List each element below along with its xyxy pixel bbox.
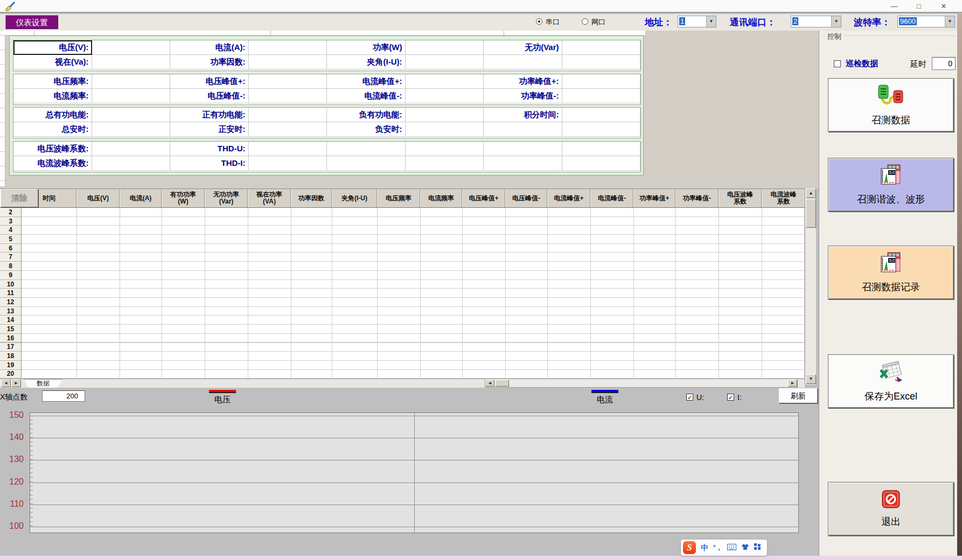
panel-value-cell[interactable]	[562, 108, 641, 122]
scroll-up-icon[interactable]: ▲	[806, 188, 816, 198]
address-combo[interactable]: 1 ▼	[678, 16, 716, 27]
panel-value-cell[interactable]	[92, 108, 171, 122]
call-data-button[interactable]: 召测数据	[828, 78, 954, 132]
panel-value-cell[interactable]	[562, 156, 641, 171]
sheet-nav-right-icon[interactable]: ►	[11, 379, 21, 387]
data-grid-body[interactable]	[0, 208, 805, 379]
panel-value-cell[interactable]	[562, 55, 641, 69]
panel-cell[interactable]: 功率峰值+:	[484, 74, 562, 89]
panel-value-cell[interactable]	[92, 40, 171, 55]
baud-rate-combo[interactable]: 9600 ▼	[897, 16, 955, 27]
minimize-button[interactable]: —	[886, 2, 902, 11]
panel-cell[interactable]: 正有功电能:	[170, 108, 249, 122]
panel-cell[interactable]: THD-I:	[170, 156, 249, 171]
panel-value-cell[interactable]	[562, 122, 641, 137]
chevron-down-icon[interactable]: ▼	[831, 16, 841, 27]
save-excel-button[interactable]: 保存为Excel	[828, 354, 954, 408]
panel-value-cell[interactable]	[406, 108, 484, 122]
panel-cell[interactable]	[484, 142, 562, 156]
panel-value-cell[interactable]	[406, 142, 484, 156]
panel-value-cell[interactable]	[562, 142, 641, 156]
panel-cell[interactable]: 负有功电能:	[327, 108, 406, 122]
panel-cell[interactable]	[327, 156, 406, 171]
panel-cell[interactable]: 无功(Var)	[484, 40, 562, 55]
panel-value-cell[interactable]	[406, 156, 484, 171]
panel-value-cell[interactable]	[92, 122, 171, 137]
panel-cell[interactable]: 电流频率:	[13, 89, 92, 103]
i-checkbox[interactable]: ✓	[727, 394, 734, 401]
panel-cell[interactable]	[484, 156, 562, 171]
patrol-data-checkbox[interactable]	[834, 60, 841, 67]
panel-value-cell[interactable]	[249, 40, 327, 55]
ime-skin-icon[interactable]	[741, 543, 749, 552]
panel-value-cell[interactable]	[406, 89, 484, 103]
panel-cell[interactable]: 电流(A):	[170, 40, 249, 55]
sheet-nav-left-icon[interactable]: ◄	[1, 379, 11, 387]
serial-radio[interactable]	[536, 18, 542, 25]
grid-vertical-scrollbar[interactable]: ▲ ▼	[805, 188, 816, 384]
panel-value-cell[interactable]	[562, 89, 641, 103]
panel-cell[interactable]: 负安时:	[327, 122, 406, 137]
delay-input[interactable]: 0	[932, 57, 956, 70]
panel-cell[interactable]: 视在(Va):	[13, 55, 92, 69]
panel-cell[interactable]: 电流峰值-:	[327, 89, 406, 103]
grid-horizontal-scrollbar[interactable]: ◄ ►	[485, 379, 798, 388]
clear-button[interactable]: 清除	[1, 189, 38, 207]
sogou-logo-icon[interactable]: S	[683, 541, 696, 554]
chevron-down-icon[interactable]: ▼	[945, 16, 954, 27]
panel-cell[interactable]: 功率峰值-:	[484, 89, 562, 103]
panel-value-cell[interactable]	[249, 74, 327, 89]
panel-cell[interactable]: 总安时:	[13, 122, 92, 137]
panel-cell[interactable]: 电压峰值-:	[170, 89, 249, 103]
scrollbar-thumb[interactable]	[806, 199, 816, 228]
panel-value-cell[interactable]	[406, 122, 484, 137]
panel-cell[interactable]: 电流峰值+:	[327, 74, 406, 89]
panel-value-cell[interactable]	[92, 89, 171, 103]
panel-cell[interactable]: 夹角(I-U):	[327, 55, 406, 69]
panel-cell[interactable]: 积分时间:	[484, 108, 562, 122]
panel-value-cell[interactable]	[249, 142, 327, 156]
panel-value-cell[interactable]	[249, 89, 327, 103]
panel-value-cell[interactable]	[92, 74, 171, 89]
panel-value-cell[interactable]	[249, 55, 327, 69]
panel-value-cell[interactable]	[249, 156, 327, 171]
input-method-bar[interactable]: S 中 °，	[681, 540, 767, 556]
instrument-settings-button[interactable]: 仪表设置	[5, 15, 58, 29]
panel-cell[interactable]	[484, 55, 562, 69]
network-radio[interactable]	[582, 18, 588, 25]
chevron-down-icon[interactable]: ▼	[706, 16, 716, 27]
scroll-down-icon[interactable]: ▼	[806, 374, 816, 384]
call-harmonics-button[interactable]: 5.0 召测谐波、波形	[828, 158, 954, 212]
panel-cell[interactable]: 总有功电能:	[13, 108, 92, 122]
panel-value-cell[interactable]	[249, 122, 327, 137]
panel-cell[interactable]: 功率(W)	[327, 40, 406, 55]
scroll-left-icon[interactable]: ◄	[485, 380, 494, 387]
panel-value-cell[interactable]	[249, 108, 327, 122]
panel-cell[interactable]: THD-U:	[170, 142, 249, 156]
panel-value-cell[interactable]	[92, 156, 171, 171]
ime-toolbox-icon[interactable]	[754, 543, 761, 552]
panel-value-cell[interactable]	[406, 74, 484, 89]
panel-cell[interactable]: 电压(V):	[13, 40, 92, 55]
maximize-button[interactable]: □	[911, 2, 927, 11]
ime-punctuation-icon[interactable]: °，	[713, 544, 722, 551]
ime-keyboard-icon[interactable]	[727, 543, 736, 552]
panel-cell[interactable]	[484, 122, 562, 137]
panel-value-cell[interactable]	[406, 40, 484, 55]
exit-button[interactable]: 退出	[828, 482, 954, 536]
panel-cell[interactable]: 电压频率:	[13, 74, 92, 89]
panel-cell[interactable]: 电压峰值+:	[170, 74, 249, 89]
scrollbar-thumb[interactable]	[495, 380, 509, 387]
x-points-input[interactable]: 200	[42, 390, 85, 402]
panel-value-cell[interactable]	[562, 40, 641, 55]
panel-cell[interactable]: 功率因数:	[170, 55, 249, 69]
call-records-button[interactable]: 5.0 召测数据记录	[828, 246, 954, 299]
panel-cell[interactable]: 电压波峰系数:	[13, 142, 92, 156]
comm-port-combo[interactable]: 2 ▼	[791, 16, 841, 27]
refresh-button[interactable]: 刷新	[779, 388, 818, 403]
scroll-right-icon[interactable]: ►	[788, 380, 797, 387]
panel-value-cell[interactable]	[92, 142, 171, 156]
panel-cell[interactable]: 正安时:	[170, 122, 249, 137]
panel-cell[interactable]	[327, 142, 406, 156]
panel-value-cell[interactable]	[562, 74, 641, 89]
